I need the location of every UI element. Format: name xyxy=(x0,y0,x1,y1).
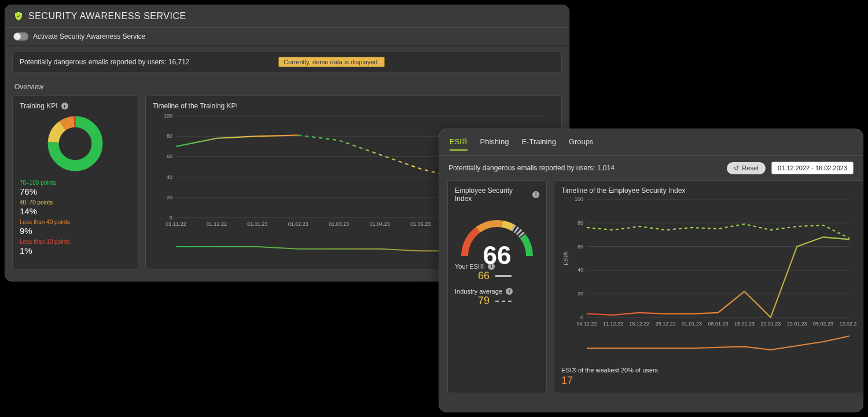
industry-avg-value: 79 xyxy=(478,295,490,307)
legend-value: 1% xyxy=(20,246,131,256)
svg-text:ESI®: ESI® xyxy=(563,251,569,265)
svg-text:01.02.23: 01.02.23 xyxy=(288,221,308,227)
svg-text:100: 100 xyxy=(575,196,583,202)
activate-label: Activate Security Awareness Service xyxy=(33,32,146,41)
dangerous-count: Potentially dangerous emails reported by… xyxy=(20,58,190,66)
pager-next[interactable]: › xyxy=(305,279,308,281)
svg-text:40: 40 xyxy=(578,267,583,273)
solid-legend-line xyxy=(495,275,512,277)
tab-etraining[interactable]: E-Training xyxy=(521,137,556,151)
info-icon[interactable]: i xyxy=(61,103,68,109)
activate-row: Activate Security Awareness Service xyxy=(5,27,569,46)
industry-avg-label: Industry average xyxy=(455,288,502,295)
dangerous-count-b: Potentially dangerous emails reported by… xyxy=(448,164,615,172)
titlebar: SECURITY AWARENESS SERVICE xyxy=(5,5,569,27)
legend-value: 14% xyxy=(20,206,131,217)
reset-label: Reset xyxy=(742,164,759,171)
reset-button[interactable]: ↺ Reset xyxy=(727,162,766,174)
svg-text:01.04.23: 01.04.23 xyxy=(370,221,390,227)
notice-bar: Potentially dangerous emails reported by… xyxy=(12,52,562,72)
esi-timeline-card: Timeline of the Employee Security Index … xyxy=(554,180,863,393)
demo-notice: Currently, demo data is displayed. xyxy=(278,57,385,67)
reset-icon: ↺ xyxy=(734,164,739,172)
esi-gauge-value: 66 xyxy=(454,241,540,270)
svg-text:60: 60 xyxy=(167,153,172,159)
tab-esi[interactable]: ESI® xyxy=(450,137,468,151)
svg-text:12.02.23: 12.02.23 xyxy=(839,321,856,327)
svg-text:80: 80 xyxy=(167,133,172,139)
tabs: ESI®PhishingE-TrainingGroups xyxy=(439,129,863,156)
legend-label: Less than 40 points xyxy=(20,219,131,226)
legend-label: Less than 10 points xyxy=(20,239,131,246)
info-icon[interactable]: i xyxy=(506,288,513,295)
info-icon[interactable]: i xyxy=(532,191,539,198)
svg-text:22.01.23: 22.01.23 xyxy=(760,321,781,327)
training-kpi-legend: 70–100 points76%40–70 points14%Less than… xyxy=(20,180,131,256)
svg-text:05.02.23: 05.02.23 xyxy=(813,321,833,327)
svg-text:01.05.23: 01.05.23 xyxy=(410,221,431,227)
panel-esi: ESI®PhishingE-TrainingGroups Potentially… xyxy=(439,129,863,412)
legend-label: 70–100 points xyxy=(20,180,131,186)
training-kpi-timeline-title: Timeline of the Training KPI xyxy=(153,102,238,110)
esi-timeline-title: Timeline of the Employee Security Index xyxy=(561,186,685,195)
svg-text:08.01.23: 08.01.23 xyxy=(708,321,728,327)
svg-text:01.12.22: 01.12.22 xyxy=(207,221,227,227)
pager-dot[interactable] xyxy=(285,281,289,282)
shield-icon xyxy=(13,11,24,21)
svg-text:18.12.22: 18.12.22 xyxy=(629,321,649,327)
svg-text:20: 20 xyxy=(167,195,172,200)
svg-text:15.01.23: 15.01.23 xyxy=(734,321,755,327)
svg-text:01.01.23: 01.01.23 xyxy=(682,321,702,327)
weakest-value: 17 xyxy=(561,375,856,387)
svg-text:0: 0 xyxy=(580,314,583,320)
svg-text:20: 20 xyxy=(578,291,583,297)
esi-timeline-chart: 02040608010004.12.2211.12.2218.12.2225.1… xyxy=(561,195,856,363)
svg-text:01.01.23: 01.01.23 xyxy=(247,221,267,227)
svg-text:11.12.22: 11.12.22 xyxy=(603,321,623,327)
svg-text:01.03.23: 01.03.23 xyxy=(329,221,349,227)
weakest-label: ESI® of the weakest 20% of users xyxy=(561,367,856,374)
esi-card: Employee Security Index i 66 Your ESI® i… xyxy=(447,180,547,393)
esi-header-row: Potentially dangerous emails reported by… xyxy=(439,156,863,180)
legend-value: 76% xyxy=(20,186,131,197)
svg-text:25.12.22: 25.12.22 xyxy=(656,321,676,327)
pager-dot[interactable] xyxy=(295,281,299,282)
dashed-legend-line xyxy=(495,301,512,302)
tab-phishing[interactable]: Phishing xyxy=(480,137,509,151)
svg-text:04.12.22: 04.12.22 xyxy=(576,321,597,327)
training-kpi-card: Training KPI i 70–100 points76%40–70 poi… xyxy=(12,96,138,269)
pager-prev[interactable]: ‹ xyxy=(267,279,270,281)
your-esi-value: 66 xyxy=(478,270,490,282)
svg-text:60: 60 xyxy=(578,244,583,250)
svg-text:01.11.22: 01.11.22 xyxy=(165,221,186,227)
svg-text:80: 80 xyxy=(578,220,583,226)
svg-text:29.01.23: 29.01.23 xyxy=(787,321,807,327)
legend-value: 9% xyxy=(20,226,131,236)
app-title: SECURITY AWARENESS SERVICE xyxy=(28,11,186,21)
training-kpi-title: Training KPI xyxy=(20,102,58,110)
overview-label: Overview xyxy=(5,78,569,96)
esi-card-title: Employee Security Index xyxy=(455,186,529,203)
svg-text:40: 40 xyxy=(167,174,172,180)
svg-text:0: 0 xyxy=(170,215,172,221)
legend-label: 40–70 points xyxy=(20,199,131,206)
training-kpi-donut xyxy=(46,115,104,173)
svg-text:100: 100 xyxy=(164,113,172,119)
date-range-button[interactable]: 01.12.2022 - 16.02.2023 xyxy=(771,162,854,174)
pager-dot[interactable] xyxy=(275,281,279,282)
tab-groups[interactable]: Groups xyxy=(569,137,594,151)
activate-toggle[interactable] xyxy=(13,32,28,41)
